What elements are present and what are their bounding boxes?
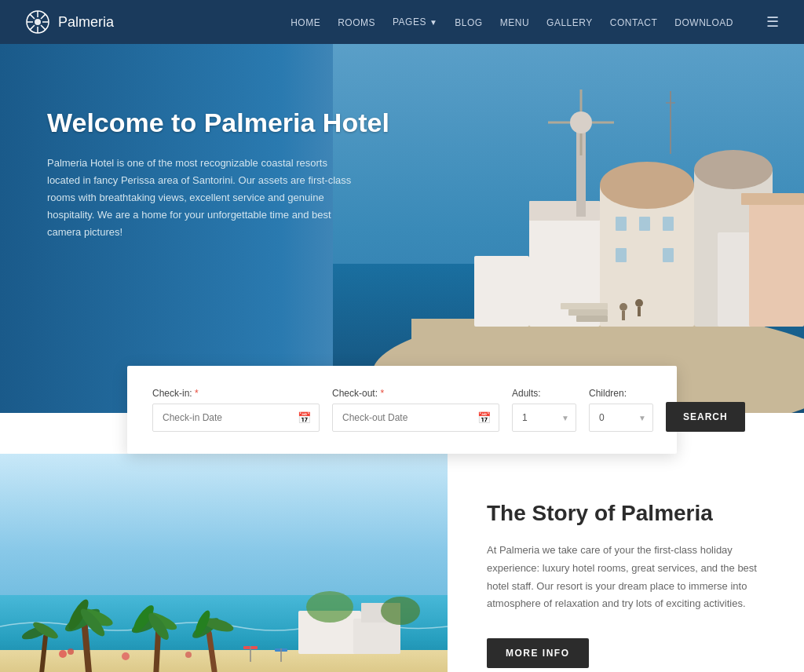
svg-rect-41 [638, 307, 641, 316]
adults-label: Adults: [512, 388, 576, 399]
logo-text: Palmeria [58, 14, 114, 31]
checkout-input[interactable] [333, 404, 470, 431]
checkout-input-wrapper: 📅 [332, 404, 499, 432]
nav-item-contact[interactable]: CONTACT [610, 15, 658, 29]
checkin-field: Check-in: * 📅 [152, 388, 320, 432]
story-content: The Story of Palmeria At Palmeria we tak… [448, 454, 804, 672]
nav-item-menu[interactable]: MENU [500, 15, 529, 29]
search-bar: Check-in: * 📅 Check-out: * 📅 Adults: 1 2… [127, 366, 677, 454]
story-title: The Story of Palmeria [487, 501, 765, 526]
svg-point-15 [600, 162, 694, 209]
svg-point-51 [381, 597, 420, 625]
svg-rect-17 [529, 201, 600, 221]
svg-line-9 [30, 25, 35, 30]
hamburger-icon[interactable]: ☰ [766, 14, 779, 30]
svg-point-50 [306, 591, 353, 623]
svg-point-40 [635, 299, 643, 307]
checkout-label: Check-out: * [332, 388, 499, 399]
checkin-input[interactable] [153, 404, 290, 431]
nav-links: HOME ROOMS PAGES ▼ BLOG MENU GALLERY CON… [291, 15, 779, 30]
svg-rect-37 [741, 193, 804, 205]
svg-line-6 [30, 14, 35, 19]
svg-point-38 [619, 303, 627, 311]
story-text: At Palmeria we take care of your the fir… [487, 542, 765, 613]
hero-description: Palmeria Hotel is one of the most recogn… [47, 155, 361, 241]
navigation: Palmeria HOME ROOMS PAGES ▼ BLOG MENU GA… [0, 0, 804, 44]
more-info-button[interactable]: MORE INFO [487, 638, 589, 668]
svg-rect-34 [568, 309, 608, 316]
logo-icon [25, 9, 50, 35]
beach-scene-svg [0, 454, 448, 672]
adults-field: Adults: 1 2 3 4 ▼ [512, 388, 576, 432]
nav-item-download[interactable]: DOWNLOAD [674, 15, 733, 29]
adults-select[interactable]: 1 2 3 4 [513, 404, 576, 431]
svg-rect-36 [749, 201, 804, 327]
checkout-required-marker: * [380, 388, 384, 399]
search-button[interactable]: SEARCH [666, 402, 745, 432]
story-section: The Story of Palmeria At Palmeria we tak… [0, 454, 804, 672]
checkin-calendar-icon: 📅 [290, 411, 319, 424]
pages-chevron-icon: ▼ [429, 18, 437, 27]
hero-section: Welcome to Palmeria Hotel Palmeria Hotel… [0, 44, 804, 413]
checkin-input-wrapper: 📅 [152, 404, 320, 432]
checkin-required-marker: * [195, 388, 199, 399]
svg-rect-28 [616, 217, 627, 231]
svg-rect-31 [616, 248, 627, 262]
svg-point-70 [68, 648, 74, 655]
adults-select-wrapper: 1 2 3 4 ▼ [512, 404, 576, 432]
svg-point-1 [35, 19, 41, 25]
nav-item-home[interactable]: HOME [291, 15, 320, 29]
checkin-label: Check-in: * [152, 388, 320, 399]
svg-rect-29 [639, 217, 650, 231]
nav-item-gallery[interactable]: GALLERY [546, 15, 593, 29]
svg-line-8 [41, 14, 46, 19]
svg-point-19 [694, 150, 773, 189]
children-select[interactable]: 0 1 2 3 [590, 404, 652, 431]
svg-point-71 [122, 652, 130, 660]
svg-rect-39 [622, 311, 625, 320]
children-label: Children: [589, 388, 653, 399]
svg-point-69 [59, 650, 67, 658]
nav-item-blog[interactable]: BLOG [455, 15, 482, 29]
hero-content: Welcome to Palmeria Hotel Palmeria Hotel… [47, 107, 389, 241]
checkout-calendar-icon: 📅 [470, 411, 499, 424]
logo[interactable]: Palmeria [25, 9, 114, 35]
svg-rect-30 [663, 217, 674, 231]
svg-rect-32 [663, 248, 674, 262]
children-field: Children: 0 1 2 3 ▼ [589, 388, 653, 432]
checkout-field: Check-out: * 📅 [332, 388, 499, 432]
nav-item-rooms[interactable]: ROOMS [338, 15, 375, 29]
svg-point-72 [185, 652, 192, 658]
hero-title: Welcome to Palmeria Hotel [47, 107, 389, 139]
nav-item-pages[interactable]: PAGES ▼ [393, 16, 437, 27]
children-select-wrapper: 0 1 2 3 ▼ [589, 404, 653, 432]
svg-rect-26 [474, 256, 529, 327]
svg-rect-35 [576, 316, 608, 322]
svg-point-21 [570, 111, 592, 133]
story-image [0, 454, 448, 672]
svg-rect-33 [561, 303, 608, 309]
hero-scene-svg [333, 44, 804, 413]
svg-line-7 [41, 25, 46, 30]
